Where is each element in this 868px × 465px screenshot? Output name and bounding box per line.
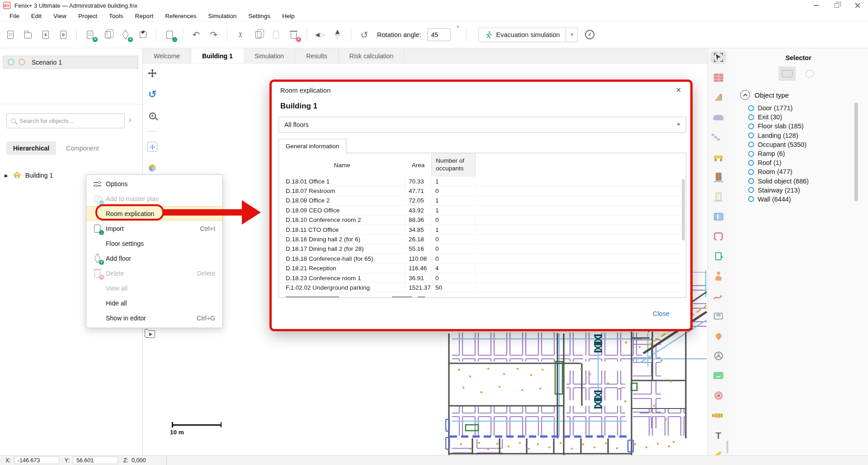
alarm-tool-button[interactable]: [711, 389, 726, 402]
add-building-button[interactable]: +: [84, 29, 96, 41]
rotate-button[interactable]: ↺: [359, 29, 370, 41]
save-project-button[interactable]: o: [57, 29, 69, 41]
search-input[interactable]: [19, 117, 120, 124]
menu-item-floor-settings[interactable]: Floor settings: [86, 236, 222, 251]
selector-item-floor-slab[interactable]: Floor slab (185): [748, 122, 809, 131]
y-coordinate-input[interactable]: [73, 456, 118, 464]
room-tool-button[interactable]: [711, 230, 726, 243]
evacuation-simulation-button[interactable]: Evacuation simulation: [478, 28, 566, 42]
column-header-name[interactable]: Name: [279, 153, 405, 177]
presentation-mode-button[interactable]: [146, 330, 155, 338]
evacuation-dropdown-button[interactable]: ▾: [566, 28, 578, 42]
menu-item-view-all[interactable]: View all: [86, 281, 222, 296]
table-row[interactable]: D.18.01 Office 170.331: [279, 177, 681, 186]
table-row[interactable]: D.18.21 Reception116.464: [279, 264, 681, 273]
menu-project[interactable]: Project: [72, 13, 103, 19]
expander-icon[interactable]: ▶: [5, 173, 8, 178]
pan-tool-button[interactable]: [146, 67, 158, 79]
rectangle-select-button[interactable]: [778, 66, 796, 81]
close-project-button[interactable]: x: [40, 29, 52, 41]
redo-button[interactable]: ↷: [208, 29, 220, 41]
table-row[interactable]: D.18.10 Conference room 288.360: [279, 216, 681, 225]
flip-horizontal-button[interactable]: ◀▷: [314, 29, 326, 41]
wall-tool-button[interactable]: [711, 71, 726, 84]
master-plan-button[interactable]: [137, 29, 149, 41]
rotation-angle-input[interactable]: [427, 28, 451, 41]
menu-item-delete[interactable]: × Delete Delete: [86, 266, 222, 281]
selector-item-occupant[interactable]: Occupant (5350): [748, 140, 809, 149]
scenario-item[interactable]: Scenario 1: [3, 56, 138, 69]
rotate-view-button[interactable]: ↺: [146, 89, 158, 100]
door-tool-button[interactable]: [711, 170, 726, 183]
menu-settings[interactable]: Settings: [242, 13, 276, 19]
occupant-tool-button[interactable]: [711, 270, 726, 282]
dialog-close-action[interactable]: Close: [653, 310, 670, 317]
undo-button[interactable]: ↶: [190, 29, 202, 41]
menu-item-show-in-editor[interactable]: Show in editor Ctrl+G: [86, 310, 222, 325]
selector-item-exit[interactable]: Exit (30): [748, 113, 809, 122]
measuring-tool-button[interactable]: [711, 409, 726, 422]
menu-view[interactable]: View: [47, 13, 72, 19]
select-tool-button[interactable]: [711, 51, 726, 64]
menu-item-hide-all[interactable]: Hide all: [86, 296, 222, 310]
column-header-occupants[interactable]: Number of occupants: [431, 153, 476, 177]
close-button[interactable]: [847, 0, 868, 11]
x-coordinate-input[interactable]: [14, 456, 59, 464]
table-row[interactable]: D.18.07 Restroom47.710: [279, 186, 681, 196]
tab-risk-calculation[interactable]: Risk calculation: [339, 48, 405, 63]
selector-item-room[interactable]: Room (477): [748, 167, 809, 176]
tab-hierarchical[interactable]: Hierarchical: [6, 141, 56, 155]
open-project-button[interactable]: [22, 29, 34, 41]
tab-component[interactable]: Component: [66, 145, 99, 152]
strip-scrollbar[interactable]: [726, 441, 728, 453]
validate-button[interactable]: ✓: [584, 29, 595, 41]
minimize-button[interactable]: [806, 0, 826, 11]
import-button[interactable]: ↓: [164, 29, 175, 41]
flip-vertical-button[interactable]: ◀▷: [332, 29, 344, 41]
roof-tool-button[interactable]: [711, 91, 726, 103]
menu-item-import[interactable]: ↓ Import Ctrl+I: [86, 221, 222, 236]
selector-item-wall[interactable]: Wall (6444): [748, 195, 809, 204]
landing-tool-button[interactable]: [711, 150, 726, 163]
menu-tools[interactable]: Tools: [103, 13, 129, 19]
selector-item-roof[interactable]: Roof (1): [748, 158, 809, 167]
menu-help[interactable]: Help: [276, 13, 301, 19]
text-tool-button[interactable]: T: [711, 429, 726, 442]
menu-simulation[interactable]: Simulation: [202, 13, 242, 19]
copy-button[interactable]: [252, 29, 264, 41]
lasso-select-button[interactable]: [801, 66, 818, 81]
dialog-close-button[interactable]: ×: [673, 85, 684, 95]
menu-references[interactable]: References: [159, 13, 202, 19]
menu-report[interactable]: Report: [129, 13, 160, 19]
selector-item-landing[interactable]: Landing (128): [748, 131, 809, 140]
view-3d-button[interactable]: [146, 162, 158, 174]
collapse-button[interactable]: [740, 90, 750, 100]
fan-tool-button[interactable]: [711, 349, 726, 362]
restore-button[interactable]: [826, 0, 847, 11]
menu-item-add-floor[interactable]: + Add floor: [86, 251, 222, 266]
menu-edit[interactable]: Edit: [25, 13, 47, 19]
zoom-tool-button[interactable]: +: [146, 110, 158, 122]
selector-item-ramp[interactable]: Ramp (6): [748, 149, 809, 158]
table-row[interactable]: D.18.08 Office 272.051: [279, 196, 681, 206]
tab-simulation[interactable]: Simulation: [244, 48, 295, 63]
fire-tool-button[interactable]: [711, 329, 726, 342]
table-row[interactable]: D.18.16 Dining hall 2 (for 6)26.180: [279, 235, 681, 244]
table-row[interactable]: D.18.18 Conference-hall (for 65)110.080: [279, 254, 681, 263]
table-row[interactable]: D.18.17 Dining hall 2 (for 28)55.160: [279, 244, 681, 254]
delete-button[interactable]: ×: [288, 29, 299, 41]
tab-results[interactable]: Results: [295, 48, 339, 63]
floor-filter-dropdown[interactable]: All floors: [278, 117, 686, 133]
new-project-button[interactable]: [5, 29, 16, 41]
selector-scrollbar[interactable]: [854, 103, 858, 201]
paste-button[interactable]: [270, 29, 282, 41]
table-scrollbar[interactable]: [682, 179, 685, 240]
tab-welcome[interactable]: Welcome: [143, 48, 191, 63]
opening-tool-button[interactable]: [711, 190, 726, 203]
selector-item-solid-object[interactable]: Solid object (886): [748, 177, 809, 186]
selector-item-door[interactable]: Door (1771): [748, 103, 809, 113]
search-go-chevron[interactable]: ›: [128, 114, 132, 125]
tab-building-1[interactable]: Building 1: [191, 48, 244, 63]
table-row[interactable]: D.18.09 CEO Office43.921: [279, 206, 681, 215]
menu-file[interactable]: File: [4, 13, 25, 19]
